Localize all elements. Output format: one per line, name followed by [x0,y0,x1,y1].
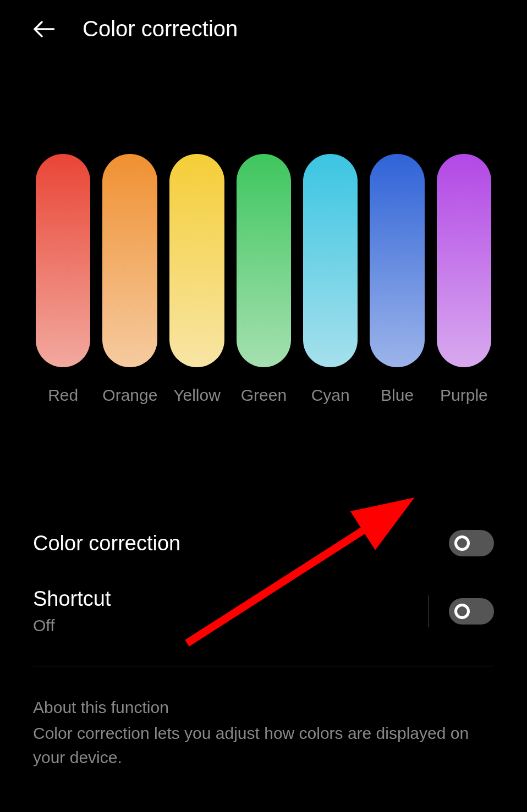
color-item-orange: Orange [102,154,157,405]
color-label: Orange [102,386,157,405]
setting-subtitle: Off [33,616,111,635]
color-label: Blue [381,386,414,405]
color-item-green: Green [237,154,291,405]
color-item-purple: Purple [437,154,491,405]
color-item-yellow: Yellow [169,154,224,405]
header: Color correction [0,0,527,58]
color-bar-green [237,154,291,367]
shortcut-controls [429,595,494,627]
color-bar-purple [437,154,491,367]
shortcut-toggle[interactable] [449,598,494,625]
back-button[interactable] [33,18,55,40]
color-label: Purple [440,386,488,405]
setting-text: Color correction [33,532,180,555]
setting-title: Shortcut [33,587,111,611]
color-label: Green [241,386,287,405]
info-body: Color correction lets you adjust how col… [33,721,494,769]
color-bar-red [36,154,90,367]
color-label: Yellow [173,386,221,405]
color-item-blue: Blue [370,154,424,405]
color-item-cyan: Cyan [303,154,358,405]
info-title: About this function [33,698,494,717]
toggle-thumb-icon [454,604,470,619]
settings-list: Color correction Shortcut Off [0,405,527,666]
toggle-thumb-icon [454,535,470,551]
setting-text: Shortcut Off [33,587,111,635]
color-bar-cyan [303,154,358,367]
color-preview: Red Orange Yellow Green Cyan Blue Purple [0,58,527,405]
vertical-divider [429,595,429,627]
color-label: Red [48,386,78,405]
page-title: Color correction [83,16,238,41]
color-bar-yellow [169,154,224,367]
color-item-red: Red [36,154,90,405]
setting-row-shortcut[interactable]: Shortcut Off [33,572,494,650]
color-label: Cyan [311,386,350,405]
color-correction-toggle[interactable] [449,530,494,556]
info-section: About this function Color correction let… [0,666,527,769]
color-bar-orange [102,154,157,367]
color-bar-blue [370,154,424,367]
setting-row-color-correction[interactable]: Color correction [33,515,494,572]
setting-title: Color correction [33,532,180,555]
arrow-left-icon [34,21,54,37]
